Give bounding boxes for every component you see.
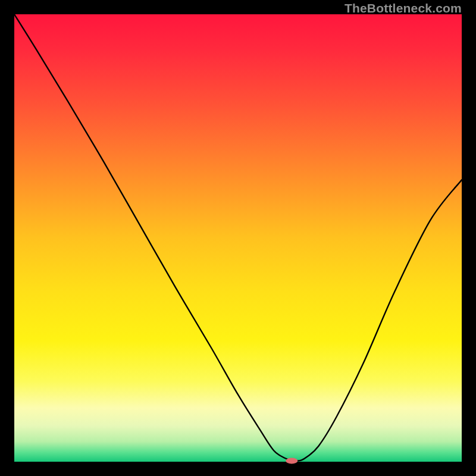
- watermark-text: TheBottleneck.com: [345, 1, 462, 15]
- optimal-marker: [286, 458, 298, 464]
- chart-frame: TheBottleneck.com: [0, 0, 476, 476]
- bottleneck-chart: [0, 0, 476, 476]
